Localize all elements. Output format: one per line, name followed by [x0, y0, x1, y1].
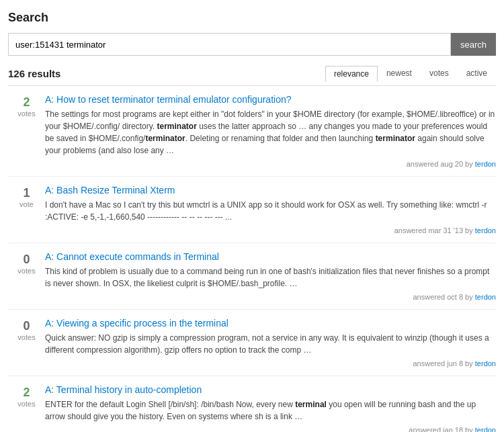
result-excerpt: This kind of problem is usually due to a… — [45, 265, 496, 290]
table-row: 1 vote A: Bash Resize Terminal Xterm I d… — [8, 177, 496, 243]
result-title[interactable]: A: How to reset terminator terminal emul… — [45, 94, 496, 105]
result-meta: answered jun 8 by terdon — [45, 359, 496, 368]
user-link[interactable]: terdon — [475, 426, 496, 432]
user-link[interactable]: terdon — [475, 293, 496, 301]
result-title[interactable]: A: Bash Resize Terminal Xterm — [45, 185, 496, 196]
vote-count: 1 vote — [8, 185, 45, 208]
result-meta: answered oct 8 by terdon — [45, 293, 496, 301]
result-excerpt: ENTER for the default Login Shell [/bin/… — [45, 398, 496, 423]
vote-count: 0 votes — [8, 318, 45, 341]
result-content: A: Cannot execute commands in Terminal T… — [45, 251, 496, 301]
results-header: 126 results relevance newest votes activ… — [8, 65, 496, 86]
result-content: A: How to reset terminator terminal emul… — [45, 94, 496, 168]
result-title[interactable]: A: Cannot execute commands in Terminal — [45, 251, 496, 262]
user-link[interactable]: terdon — [475, 359, 496, 368]
vote-label: vote — [8, 200, 45, 208]
tab-newest[interactable]: newest — [378, 65, 421, 81]
vote-number: 2 — [8, 95, 45, 110]
vote-number: 1 — [8, 186, 45, 200]
vote-number: 0 — [8, 253, 45, 267]
results-count: 126 results — [8, 68, 60, 79]
search-bar: search — [8, 33, 496, 56]
tab-votes[interactable]: votes — [421, 65, 458, 81]
result-title[interactable]: A: Viewing a specific process in the ter… — [45, 318, 496, 329]
result-meta: answered jan 18 by terdon — [45, 426, 496, 432]
user-link[interactable]: terdon — [475, 226, 496, 234]
result-excerpt: Quick answer: NO gzip is simply a compre… — [45, 332, 496, 356]
vote-number: 0 — [8, 319, 45, 333]
vote-number: 2 — [8, 386, 45, 400]
sort-tabs: relevance newest votes active — [325, 65, 496, 81]
result-content: A: Terminal history in auto-completion E… — [45, 384, 496, 432]
result-meta: answered aug 20 by terdon — [45, 160, 496, 168]
tab-relevance[interactable]: relevance — [325, 66, 378, 82]
table-row: 0 votes A: Cannot execute commands in Te… — [8, 243, 496, 310]
result-meta: answered mar 31 '13 by terdon — [45, 226, 496, 234]
page-container: Search search 126 results relevance newe… — [0, 0, 504, 432]
vote-label: votes — [8, 267, 45, 275]
table-row: 0 votes A: Viewing a specific process in… — [8, 310, 496, 376]
vote-label: votes — [8, 400, 45, 408]
vote-label: votes — [8, 110, 45, 118]
vote-count: 2 votes — [8, 94, 45, 118]
table-row: 2 votes A: How to reset terminator termi… — [8, 86, 496, 177]
result-content: A: Bash Resize Terminal Xterm I don't ha… — [45, 185, 496, 234]
result-content: A: Viewing a specific process in the ter… — [45, 318, 496, 368]
search-input[interactable] — [8, 33, 451, 56]
user-link[interactable]: terdon — [475, 160, 496, 168]
result-excerpt: The settings for most programs are kept … — [45, 108, 496, 157]
vote-count: 2 votes — [8, 384, 45, 408]
tab-active[interactable]: active — [458, 65, 496, 81]
vote-count: 0 votes — [8, 251, 45, 275]
result-title[interactable]: A: Terminal history in auto-completion — [45, 384, 496, 395]
table-row: 2 votes A: Terminal history in auto-comp… — [8, 376, 496, 432]
results-list: 2 votes A: How to reset terminator termi… — [8, 86, 496, 432]
page-title: Search — [8, 11, 496, 25]
search-button[interactable]: search — [451, 33, 496, 56]
result-excerpt: I don't have a Mac so I can't try this b… — [45, 199, 496, 223]
vote-label: votes — [8, 333, 45, 341]
